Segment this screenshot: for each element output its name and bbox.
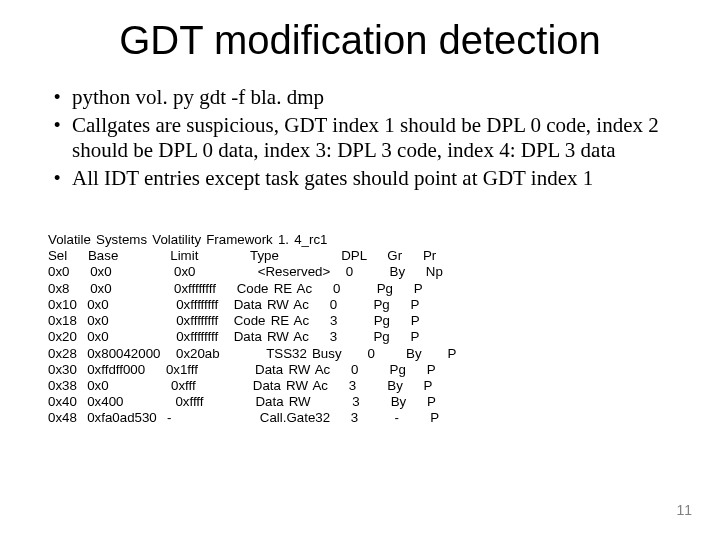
bullet-text: python vol. py gdt -f bla. dmp [72, 85, 674, 111]
code-line: 0x38 0x0 0xfff Data RW Ac 3 By P [48, 378, 688, 394]
slide: GDT modification detection • python vol.… [0, 0, 720, 540]
bullet-text: All IDT entries except task gates should… [72, 166, 674, 192]
code-line: Volatile Systems Volatility Framework 1.… [48, 232, 688, 248]
code-block: Volatile Systems Volatility Framework 1.… [48, 232, 688, 427]
code-line: 0x28 0x80042000 0x20ab TSS32 Busy 0 By P [48, 346, 688, 362]
code-line: 0x18 0x0 0xffffffff Code RE Ac 3 Pg P [48, 313, 688, 329]
bullet-item: • Callgates are suspicious, GDT index 1 … [54, 113, 674, 164]
bullet-dot-icon: • [54, 166, 72, 190]
bullet-dot-icon: • [54, 85, 72, 109]
bullet-text: Callgates are suspicious, GDT index 1 sh… [72, 113, 674, 164]
code-line: 0x30 0xffdff000 0x1fff Data RW Ac 0 Pg P [48, 362, 688, 378]
page-number: 11 [676, 502, 692, 518]
code-line: 0x40 0x400 0xffff Data RW 3 By P [48, 394, 688, 410]
code-line: 0x10 0x0 0xffffffff Data RW Ac 0 Pg P [48, 297, 688, 313]
code-line: 0x20 0x0 0xffffffff Data RW Ac 3 Pg P [48, 329, 688, 345]
code-line: 0x48 0xfa0ad530 - Call.Gate32 3 - P [48, 410, 688, 426]
code-line: Sel Base Limit Type DPL Gr Pr [48, 248, 688, 264]
bullet-item: • python vol. py gdt -f bla. dmp [54, 85, 674, 111]
code-line: 0x0 0x0 0x0 <Reserved> 0 By Np [48, 264, 688, 280]
bullet-item: • All IDT entries except task gates shou… [54, 166, 674, 192]
bullet-list: • python vol. py gdt -f bla. dmp • Callg… [54, 85, 674, 193]
slide-title: GDT modification detection [0, 18, 720, 63]
code-line: 0x8 0x0 0xffffffff Code RE Ac 0 Pg P [48, 281, 688, 297]
bullet-dot-icon: • [54, 113, 72, 137]
